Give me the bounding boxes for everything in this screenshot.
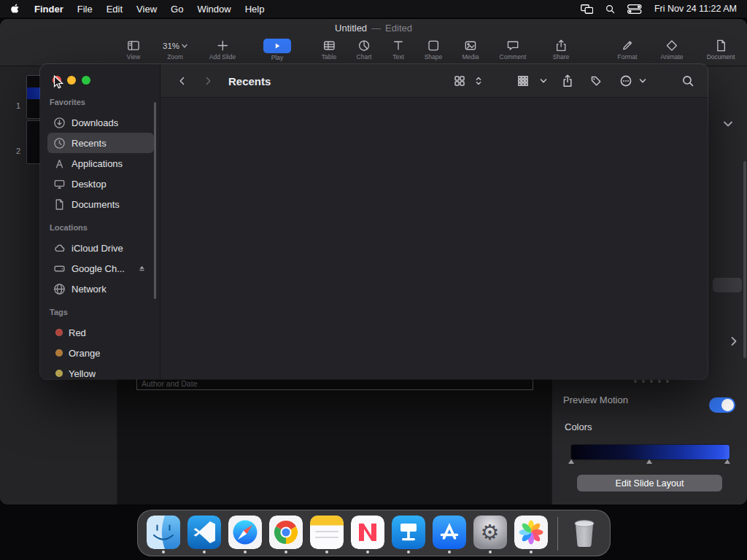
zoom-control[interactable]: 31% Zoom bbox=[163, 39, 187, 61]
group-by-button[interactable] bbox=[517, 75, 529, 87]
chart-button[interactable]: Chart bbox=[357, 39, 372, 61]
play-button[interactable]: Play bbox=[263, 39, 291, 61]
group-by-chevron[interactable] bbox=[540, 78, 547, 84]
sidebar-item-label: Google Ch... bbox=[71, 263, 125, 274]
sidebar-item-recents[interactable]: Recents bbox=[47, 133, 154, 153]
sidebar-item-icloud-drive[interactable]: iCloud Drive bbox=[47, 238, 154, 258]
sidebar-item-desktop[interactable]: Desktop bbox=[47, 174, 154, 194]
mouse-cursor bbox=[53, 75, 66, 90]
dock-item-trash[interactable] bbox=[568, 516, 601, 553]
dock-item-notes[interactable] bbox=[310, 516, 344, 553]
sidebar-item-label: Network bbox=[71, 284, 107, 295]
menu-go[interactable]: Go bbox=[171, 4, 183, 15]
forward-button[interactable] bbox=[203, 75, 213, 87]
running-indicator bbox=[366, 551, 369, 553]
color-gradient-bar[interactable] bbox=[570, 444, 730, 460]
menu-help[interactable]: Help bbox=[245, 4, 265, 15]
sidebar-item-label: Yellow bbox=[69, 368, 96, 379]
screen-mirroring-menu[interactable] bbox=[581, 4, 593, 14]
dock-item-app-store[interactable] bbox=[433, 516, 466, 553]
menubar-clock[interactable]: Fri Nov 24 11:22 AM bbox=[654, 4, 737, 14]
chevron-up-down-icon bbox=[475, 76, 482, 86]
dock-item-finder[interactable] bbox=[147, 516, 180, 553]
inspector-section-chevron-icon[interactable] bbox=[723, 120, 733, 128]
slide-pagination-dots[interactable] bbox=[634, 380, 669, 383]
gradient-stop-left[interactable] bbox=[568, 459, 574, 464]
dock-item-news[interactable] bbox=[351, 516, 384, 553]
add-slide-button[interactable]: Add Slide bbox=[209, 39, 236, 61]
back-button[interactable] bbox=[177, 75, 187, 87]
finder-app-icon bbox=[147, 516, 180, 549]
dock-item-keynote[interactable] bbox=[392, 516, 425, 553]
menu-file[interactable]: File bbox=[77, 4, 93, 15]
zoom-value: 31% bbox=[163, 42, 179, 50]
document-button[interactable]: Document bbox=[707, 39, 735, 61]
text-button[interactable]: Text bbox=[392, 39, 406, 61]
sidebar-item-tag-yellow[interactable]: Yellow bbox=[47, 363, 154, 379]
notes-app-icon bbox=[310, 516, 344, 549]
sidebar-scrollbar[interactable] bbox=[154, 102, 156, 299]
sidebar-item-google-drive[interactable]: Google Ch... bbox=[47, 258, 154, 279]
sidebar-item-label: iCloud Drive bbox=[71, 243, 123, 254]
finder-window: Favorites Downloads Recents Applications… bbox=[40, 64, 708, 379]
menu-window[interactable]: Window bbox=[197, 4, 231, 15]
inspector-scrollbar[interactable] bbox=[743, 161, 746, 358]
author-date-placeholder[interactable]: Author and Date bbox=[136, 378, 533, 390]
animate-button[interactable]: Animate bbox=[660, 39, 683, 61]
dock-item-safari[interactable] bbox=[228, 516, 262, 553]
menu-edit[interactable]: Edit bbox=[107, 4, 123, 15]
dock-item-photos[interactable] bbox=[514, 516, 548, 553]
tag-button[interactable] bbox=[590, 75, 602, 87]
keynote-window-title: Untitled bbox=[335, 23, 367, 34]
gradient-stop-right[interactable] bbox=[724, 459, 730, 464]
dock-item-chrome[interactable] bbox=[269, 516, 303, 553]
sidebar-item-tag-red[interactable]: Red bbox=[47, 322, 154, 343]
dock-item-settings[interactable]: ⚙ bbox=[473, 516, 507, 553]
toggle-knob bbox=[721, 399, 734, 411]
running-indicator bbox=[244, 551, 247, 553]
format-button[interactable]: Format bbox=[618, 39, 638, 61]
icon-view-button[interactable] bbox=[454, 75, 465, 87]
table-button[interactable]: Table bbox=[322, 39, 336, 61]
view-options-button[interactable]: View bbox=[127, 39, 141, 61]
finder-file-area[interactable] bbox=[160, 98, 708, 379]
network-globe-icon bbox=[53, 283, 66, 295]
media-button[interactable]: Media bbox=[462, 39, 479, 61]
search-button[interactable] bbox=[682, 74, 694, 87]
menu-view[interactable]: View bbox=[136, 4, 157, 15]
text-label: Text bbox=[392, 53, 404, 61]
gradient-stop-middle[interactable] bbox=[646, 459, 652, 464]
edited-badge: Edited bbox=[385, 23, 412, 34]
apple-menu[interactable] bbox=[10, 3, 20, 15]
edit-slide-layout-button[interactable]: Edit Slide Layout bbox=[577, 475, 722, 491]
view-options-chevron[interactable] bbox=[475, 76, 482, 86]
sidebar-item-network[interactable]: Network bbox=[47, 279, 154, 299]
control-center-menu[interactable] bbox=[627, 4, 642, 14]
menu-bar: Finder File Edit View Go Window Help Fri… bbox=[0, 0, 747, 18]
minimize-button[interactable] bbox=[67, 76, 76, 85]
sidebar-item-downloads[interactable]: Downloads bbox=[47, 112, 154, 133]
more-actions-button[interactable] bbox=[620, 74, 632, 87]
more-actions-chevron[interactable] bbox=[639, 78, 646, 84]
add-slide-label: Add Slide bbox=[209, 53, 236, 61]
chevron-left-icon bbox=[177, 75, 187, 87]
eject-icon[interactable] bbox=[137, 264, 147, 273]
share-button[interactable]: Share bbox=[553, 39, 570, 61]
zoom-button[interactable] bbox=[82, 76, 90, 85]
sidebar-item-tag-orange[interactable]: Orange bbox=[47, 343, 154, 363]
preview-motion-toggle[interactable] bbox=[709, 397, 735, 413]
comment-button[interactable]: Comment bbox=[500, 39, 527, 61]
share-button[interactable] bbox=[562, 74, 573, 88]
sidebar-section-tags: Tags bbox=[50, 308, 160, 321]
dock-item-vscode[interactable] bbox=[187, 516, 221, 553]
sidebar-item-documents[interactable]: Documents bbox=[47, 194, 154, 214]
sidebar-item-applications[interactable]: Applications bbox=[47, 153, 154, 174]
spotlight-menu[interactable] bbox=[605, 4, 615, 14]
menubar-app-name[interactable]: Finder bbox=[34, 4, 63, 15]
shape-button[interactable]: Shape bbox=[425, 39, 443, 61]
table-label: Table bbox=[322, 53, 336, 61]
inspector-partial-button[interactable] bbox=[713, 278, 742, 292]
desktop-icon bbox=[53, 178, 66, 190]
inspector-disclosure-chevron-icon[interactable] bbox=[730, 336, 738, 346]
keynote-titlebar[interactable]: Untitled — Edited bbox=[0, 19, 747, 36]
